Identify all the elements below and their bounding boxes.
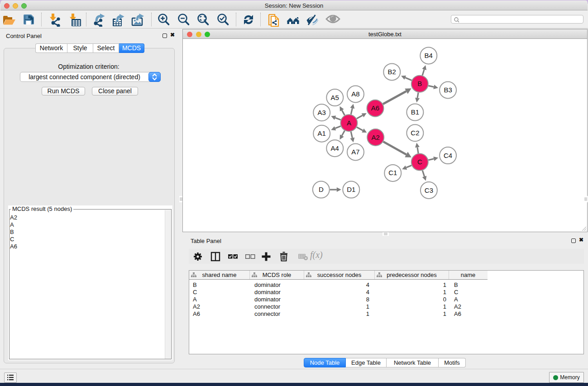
svg-text:C: C bbox=[417, 158, 422, 166]
svg-text:A5: A5 bbox=[331, 94, 339, 101]
svg-text:B1: B1 bbox=[411, 108, 419, 116]
svg-text:C1: C1 bbox=[388, 169, 397, 176]
svg-text:A: A bbox=[347, 119, 351, 127]
svg-text:B: B bbox=[417, 80, 422, 87]
svg-text:C2: C2 bbox=[411, 129, 419, 137]
svg-text:A1: A1 bbox=[318, 129, 326, 137]
svg-text:D1: D1 bbox=[347, 186, 355, 193]
svg-text:D: D bbox=[319, 186, 324, 193]
svg-text:C3: C3 bbox=[425, 186, 433, 194]
svg-text:B4: B4 bbox=[425, 52, 433, 59]
svg-text:A6: A6 bbox=[371, 104, 379, 112]
svg-text:B2: B2 bbox=[388, 68, 396, 76]
svg-text:C4: C4 bbox=[444, 152, 452, 159]
svg-text:A8: A8 bbox=[351, 90, 359, 98]
svg-text:A3: A3 bbox=[318, 109, 326, 116]
svg-text:A4: A4 bbox=[331, 144, 339, 152]
svg-text:B3: B3 bbox=[444, 86, 452, 94]
svg-text:A7: A7 bbox=[351, 148, 359, 156]
svg-text:A2: A2 bbox=[372, 133, 380, 141]
